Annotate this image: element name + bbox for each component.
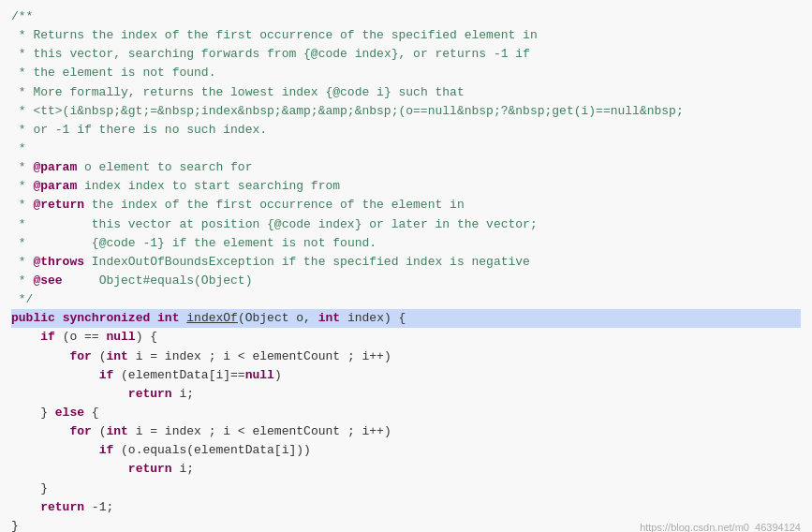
code-line-20: if (elementData[i]==null) bbox=[11, 366, 801, 385]
code-line-5: * More formally, returns the lowest inde… bbox=[11, 83, 801, 102]
code-line-12: * this vector at position {@code index} … bbox=[11, 215, 801, 234]
code-line-22: } else { bbox=[11, 404, 801, 422]
code-line-18: if (o == null) { bbox=[11, 328, 801, 347]
code-line-26: } bbox=[11, 480, 801, 498]
code-line-7: * or -1 if there is no such index. bbox=[11, 121, 801, 140]
code-line-1: /** bbox=[11, 7, 801, 26]
code-line-14: * @throws IndexOutOfBoundsException if t… bbox=[11, 253, 801, 272]
code-line-9: * @param o element to search for bbox=[11, 158, 801, 177]
code-line-16: */ bbox=[11, 290, 801, 309]
code-line-27: return -1; bbox=[11, 498, 801, 517]
watermark: https://blog.csdn.net/m0_46394124 bbox=[640, 520, 801, 532]
code-line-25: return i; bbox=[11, 460, 801, 479]
code-line-6: * <tt>(i&nbsp;&gt;=&nbsp;index&nbsp;&amp… bbox=[11, 102, 801, 121]
code-line-15: * @see Object#equals(Object) bbox=[11, 272, 801, 290]
code-container: /** * Returns the index of the first occ… bbox=[0, 0, 812, 532]
code-line-2: * Returns the index of the first occurre… bbox=[11, 26, 801, 45]
code-line-19: for (int i = index ; i < elementCount ; … bbox=[11, 347, 801, 366]
code-line-21: return i; bbox=[11, 385, 801, 404]
code-line-11: * @return the index of the first occurre… bbox=[11, 196, 801, 214]
code-line-13: * {@code -1} if the element is not found… bbox=[11, 234, 801, 253]
code-line-8: * bbox=[11, 140, 801, 158]
code-line-17: public synchronized int indexOf(Object o… bbox=[11, 309, 801, 328]
code-line-4: * the element is not found. bbox=[11, 64, 801, 82]
code-line-3: * this vector, searching forwards from {… bbox=[11, 45, 801, 64]
code-line-24: if (o.equals(elementData[i])) bbox=[11, 441, 801, 460]
code-line-10: * @param index index to start searching … bbox=[11, 177, 801, 196]
code-line-23: for (int i = index ; i < elementCount ; … bbox=[11, 422, 801, 441]
